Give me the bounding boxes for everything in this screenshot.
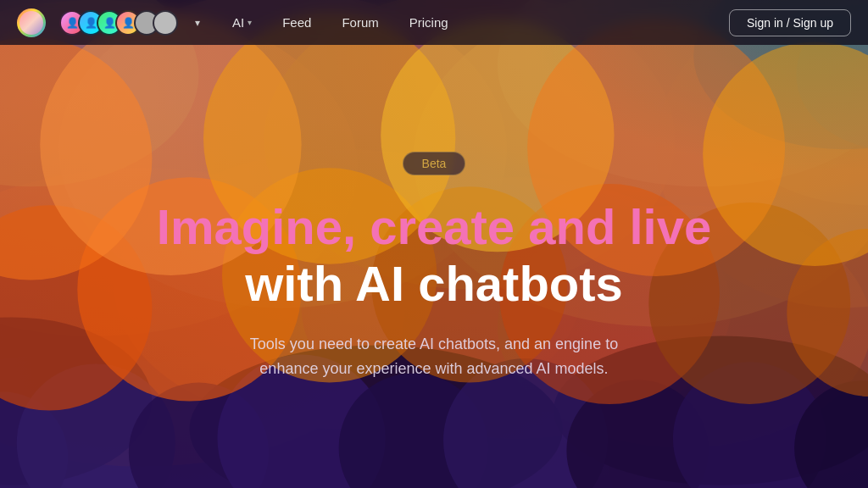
nav-link-pricing[interactable]: Pricing	[398, 10, 460, 35]
hero-title-line2: with AI chatbots	[157, 256, 711, 313]
nav-link-feed[interactable]: Feed	[270, 10, 323, 35]
navbar-left: 👤 👤 👤 👤 ▾ AI ▾ Feed Forum	[17, 8, 460, 37]
app-logo[interactable]	[17, 8, 46, 37]
beta-badge: Beta	[403, 152, 466, 175]
avatar-group-dropdown-icon[interactable]: ▾	[195, 17, 200, 29]
hero-subtitle: Tools you need to create AI chatbots, an…	[250, 332, 618, 381]
navbar: 👤 👤 👤 👤 ▾ AI ▾ Feed Forum	[0, 0, 868, 45]
sign-in-button[interactable]: Sign in / Sign up	[729, 9, 851, 36]
avatar	[153, 10, 178, 36]
navbar-right: Sign in / Sign up	[729, 9, 851, 36]
nav-link-forum[interactable]: Forum	[330, 10, 390, 35]
avatar-group: 👤 👤 👤 👤	[59, 10, 178, 36]
hero-title: Imagine, create and live with AI chatbot…	[157, 199, 711, 312]
hero-content: Beta Imagine, create and live with AI ch…	[0, 45, 868, 488]
nav-links: AI ▾ Feed Forum Pricing	[220, 10, 460, 35]
hero-title-line1: Imagine, create and live	[157, 199, 711, 256]
nav-link-ai[interactable]: AI ▾	[220, 10, 264, 35]
ai-dropdown-icon: ▾	[248, 18, 252, 27]
